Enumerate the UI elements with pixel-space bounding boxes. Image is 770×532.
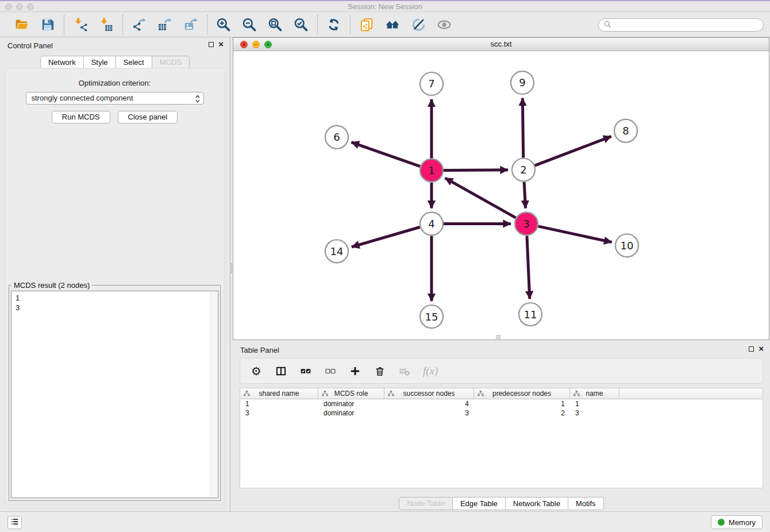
clone-network-icon[interactable] — [359, 17, 375, 33]
window-minimize-button[interactable] — [16, 3, 23, 10]
zoom-fit-icon[interactable] — [267, 17, 283, 33]
table-panel: Table Panel × ⚙f(x) shared nameMCDS role… — [233, 342, 770, 510]
optimization-criterion-label: Optimization criterion: — [5, 79, 224, 87]
deselect-all-icon[interactable] — [324, 365, 337, 377]
float-panel-icon[interactable] — [209, 42, 214, 47]
graph-edge-2-3[interactable] — [524, 182, 525, 209]
table-cell[interactable]: dominator — [318, 408, 384, 418]
close-table-panel-icon[interactable]: × — [759, 345, 764, 352]
graph-edge-2-9[interactable] — [522, 98, 523, 158]
network-minimize-button[interactable]: − — [252, 41, 260, 48]
close-panel-button[interactable]: Close panel — [118, 111, 178, 124]
column-header-predecessor-nodes[interactable]: predecessor nodes — [474, 388, 570, 399]
window-close-button[interactable] — [5, 3, 12, 10]
control-panel: Control Panel × NetworkStyleSelectMCDS O… — [0, 37, 230, 511]
tab-mcds[interactable]: MCDS — [152, 56, 190, 69]
column-type-icon — [573, 391, 580, 396]
select-all-icon[interactable] — [299, 365, 312, 377]
tab-motifs[interactable]: Motifs — [568, 497, 604, 510]
criterion-select-value: strongly connected component — [32, 94, 133, 102]
network-canvas[interactable]: 1234678910111415 — [233, 51, 769, 340]
network-window-title: scc.txt — [233, 38, 769, 51]
refresh-icon[interactable] — [326, 17, 342, 33]
column-header-label: shared name — [259, 390, 299, 398]
column-header-shared-name[interactable]: shared name — [240, 388, 318, 399]
graph-node-label: 15 — [425, 311, 438, 323]
tab-style[interactable]: Style — [84, 56, 116, 69]
column-type-icon — [244, 391, 250, 396]
add-column-icon[interactable] — [349, 365, 361, 377]
graph-node-label: 6 — [333, 131, 340, 143]
table-cell[interactable]: 1 — [570, 399, 619, 408]
mcds-result-group: MCDS result (2 nodes) 1 3 — [9, 281, 221, 501]
memory-status-icon — [718, 519, 725, 526]
tab-network-table[interactable]: Network Table — [506, 497, 568, 510]
network-maximize-button[interactable]: + — [264, 41, 272, 48]
graph-edge-1-2[interactable] — [444, 170, 508, 171]
list-icon — [10, 516, 20, 529]
splitter-handle[interactable] — [496, 335, 500, 339]
network-close-button[interactable]: × — [240, 41, 248, 48]
table-row[interactable]: 1dominator411 — [240, 399, 763, 408]
open-file-icon[interactable] — [14, 17, 30, 33]
float-table-panel-icon[interactable] — [749, 346, 754, 352]
zoom-out-icon[interactable] — [241, 17, 257, 33]
table-cell[interactable]: 2 — [474, 408, 570, 418]
eye-icon — [436, 17, 452, 33]
zoom-in-icon[interactable] — [215, 17, 232, 33]
show-columns-icon[interactable] — [275, 365, 287, 377]
search-box[interactable] — [598, 18, 764, 32]
memory-button[interactable]: Memory — [711, 515, 763, 529]
save-session-icon[interactable] — [40, 17, 56, 33]
application-window: Session: New Session Control Panel × Net… — [0, 0, 770, 532]
function-builder-icon: f(x) — [423, 365, 438, 377]
graph-edge-1-6[interactable] — [351, 142, 420, 167]
zoom-selected-icon[interactable] — [293, 17, 309, 33]
graph-node-label: 3 — [523, 218, 529, 230]
network-window-titlebar[interactable]: × − + scc.txt — [233, 38, 769, 51]
search-icon — [603, 20, 611, 30]
import-table-icon[interactable] — [98, 17, 114, 33]
tab-edge-table[interactable]: Edge Table — [453, 497, 506, 510]
graph-edge-3-11[interactable] — [527, 236, 530, 299]
column-header-MCDS-role[interactable]: MCDS role — [318, 388, 384, 399]
result-scrollbar[interactable] — [210, 292, 217, 497]
search-input[interactable] — [614, 21, 759, 29]
table-cell[interactable]: 1 — [474, 399, 570, 408]
task-history-button[interactable] — [7, 516, 22, 529]
table-cell[interactable]: 4 — [384, 399, 474, 408]
panel-splitter-grip[interactable] — [230, 263, 232, 273]
settings-gear-icon[interactable]: ⚙ — [250, 365, 263, 377]
table-cell[interactable]: dominator — [318, 399, 384, 408]
table-header-row: shared nameMCDS rolesuccessor nodesprede… — [240, 388, 763, 399]
run-mcds-button[interactable]: Run MCDS — [52, 111, 110, 124]
tab-network[interactable]: Network — [40, 56, 84, 69]
graph-edge-2-8[interactable] — [535, 136, 611, 165]
home-icon[interactable] — [384, 17, 401, 33]
visual-style-icon[interactable] — [410, 17, 426, 33]
export-table-icon[interactable] — [157, 17, 173, 33]
mcds-result-list[interactable]: 1 3 — [11, 291, 218, 498]
import-network-icon[interactable] — [72, 17, 88, 33]
delete-column-icon[interactable] — [374, 365, 386, 377]
table-cell[interactable]: 3 — [570, 408, 619, 418]
column-header-name[interactable]: name — [570, 388, 619, 399]
export-image-icon[interactable] — [183, 17, 199, 33]
table-cell[interactable]: 3 — [240, 408, 318, 418]
criterion-select[interactable]: strongly connected component — [26, 92, 204, 105]
column-header-successor-nodes[interactable]: successor nodes — [384, 388, 474, 399]
export-network-icon[interactable] — [131, 17, 147, 33]
control-panel-title: Control Panel — [7, 41, 53, 50]
tab-select[interactable]: Select — [116, 56, 152, 69]
graph-edge-3-10[interactable] — [538, 226, 612, 242]
graph-edge-4-14[interactable] — [352, 227, 420, 247]
table-cell[interactable]: 1 — [240, 399, 318, 408]
close-panel-icon[interactable]: × — [218, 41, 224, 48]
window-zoom-button[interactable] — [27, 3, 34, 10]
graph-edge-3-1[interactable] — [445, 178, 516, 218]
mcds-panel: Optimization criterion: strongly connect… — [5, 68, 225, 504]
table-row[interactable]: 3dominator323 — [240, 408, 763, 418]
tab-node-table[interactable]: Node Table — [399, 497, 453, 510]
control-panel-tabs: NetworkStyleSelectMCDS — [0, 56, 230, 69]
table-cell[interactable]: 3 — [384, 408, 474, 418]
